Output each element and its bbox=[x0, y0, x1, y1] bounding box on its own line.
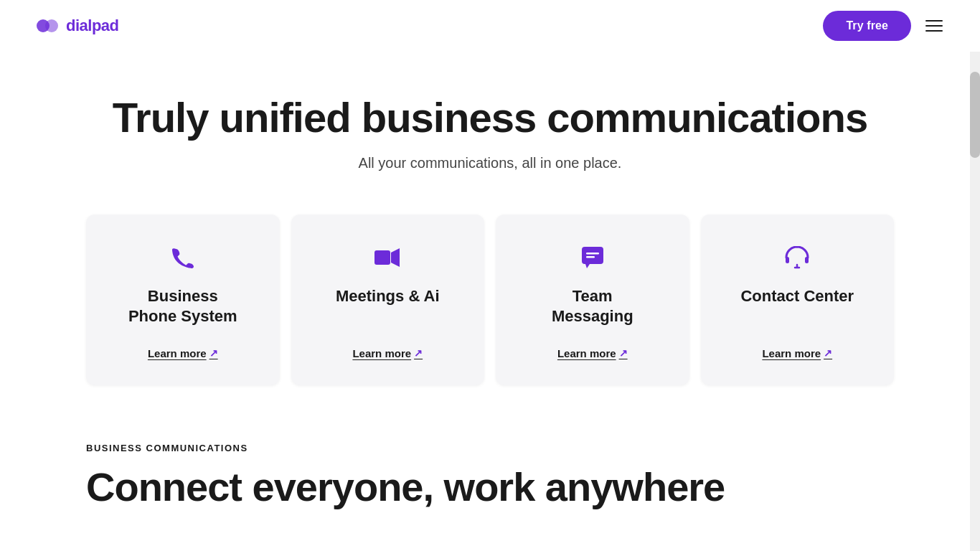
card-contact-center-title: Contact Center bbox=[740, 286, 854, 327]
logo[interactable]: dialpad bbox=[34, 13, 119, 39]
scrollbar-track[interactable] bbox=[970, 0, 980, 524]
logo-text: dialpad bbox=[66, 17, 119, 35]
svg-rect-7 bbox=[586, 256, 595, 258]
hero-subtitle: All your communications, all in one plac… bbox=[34, 155, 946, 171]
svg-point-1 bbox=[45, 19, 58, 32]
arrow-icon-team-messaging: ↗ bbox=[619, 347, 628, 359]
hamburger-menu-button[interactable] bbox=[923, 17, 946, 34]
header-right: Try free bbox=[823, 11, 946, 41]
card-meetings-ai-title: Meetings & Ai bbox=[336, 286, 440, 327]
card-business-phone: BusinessPhone System Learn more ↗ bbox=[86, 215, 280, 385]
section-heading: Connect everyone, work anywhere bbox=[86, 465, 894, 509]
card-team-messaging-title: TeamMessaging bbox=[552, 286, 633, 327]
header: dialpad Try free bbox=[0, 0, 980, 52]
hamburger-line-2 bbox=[925, 25, 943, 27]
hero-section: Truly unified business communications Al… bbox=[0, 52, 980, 200]
scrollbar-thumb[interactable] bbox=[970, 72, 980, 158]
bottom-section: BUSINESS COMMUNICATIONS Connect everyone… bbox=[0, 414, 980, 524]
hero-title: Truly unified business communications bbox=[34, 95, 946, 141]
card-team-messaging: TeamMessaging Learn more ↗ bbox=[496, 215, 689, 385]
svg-rect-2 bbox=[374, 250, 390, 265]
phone-icon bbox=[171, 243, 194, 272]
video-icon bbox=[374, 243, 400, 272]
svg-marker-3 bbox=[391, 248, 400, 267]
svg-rect-6 bbox=[586, 253, 599, 255]
learn-more-button-team-messaging[interactable]: Learn more ↗ bbox=[557, 347, 628, 359]
dialpad-logo-icon bbox=[34, 13, 60, 39]
arrow-icon-meetings-ai: ↗ bbox=[414, 347, 423, 359]
cards-section: BusinessPhone System Learn more ↗ Meetin… bbox=[0, 200, 980, 414]
arrow-icon-business-phone: ↗ bbox=[209, 347, 218, 359]
svg-marker-5 bbox=[585, 264, 590, 268]
learn-more-button-business-phone[interactable]: Learn more ↗ bbox=[148, 347, 218, 359]
try-free-button[interactable]: Try free bbox=[823, 11, 911, 41]
hamburger-line-3 bbox=[925, 30, 943, 32]
svg-rect-9 bbox=[805, 257, 809, 263]
learn-more-button-contact-center[interactable]: Learn more ↗ bbox=[762, 347, 832, 359]
learn-more-label-contact-center: Learn more bbox=[762, 347, 821, 359]
svg-rect-4 bbox=[582, 247, 603, 264]
card-contact-center: Contact Center Learn more ↗ bbox=[701, 215, 895, 385]
svg-rect-8 bbox=[786, 257, 789, 263]
headset-icon bbox=[785, 243, 809, 272]
card-meetings-ai: Meetings & Ai Learn more ↗ bbox=[291, 215, 485, 385]
arrow-icon-contact-center: ↗ bbox=[824, 347, 832, 359]
learn-more-button-meetings-ai[interactable]: Learn more ↗ bbox=[352, 347, 423, 359]
chat-icon bbox=[581, 243, 604, 272]
card-business-phone-title: BusinessPhone System bbox=[128, 286, 237, 327]
learn-more-label-team-messaging: Learn more bbox=[557, 347, 616, 359]
learn-more-label-meetings-ai: Learn more bbox=[352, 347, 411, 359]
hamburger-line-1 bbox=[925, 20, 943, 22]
section-label: BUSINESS COMMUNICATIONS bbox=[86, 443, 894, 453]
learn-more-label-business-phone: Learn more bbox=[148, 347, 207, 359]
